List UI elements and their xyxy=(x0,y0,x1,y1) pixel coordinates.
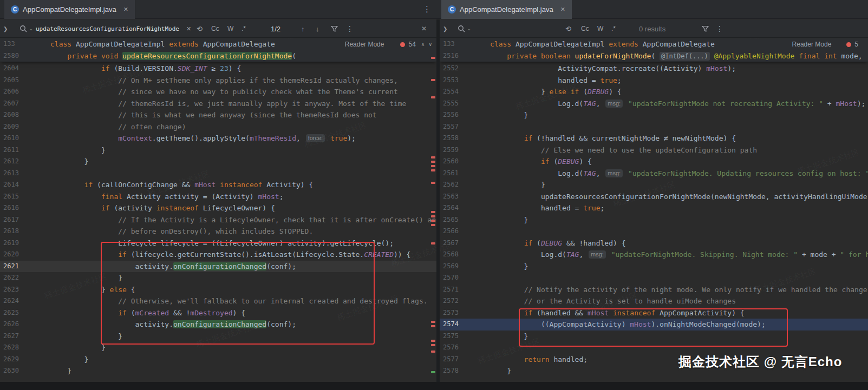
code-line-2619[interactable]: 2619 Lifecycle lifecycle = ((LifecycleOw… xyxy=(0,237,436,249)
line-number[interactable]: 2614 xyxy=(0,179,32,191)
match-case-icon[interactable]: Cc xyxy=(581,25,589,32)
line-number[interactable]: 2606 xyxy=(0,86,32,98)
code-line-2572[interactable]: 2572 // or the Activity is set to handle… xyxy=(440,295,868,307)
line-number[interactable]: 2578 xyxy=(440,365,472,377)
line-number[interactable]: 2562 xyxy=(440,179,472,191)
code-line-2565[interactable]: 2565 } xyxy=(440,214,868,226)
line-number[interactable]: 2560 xyxy=(440,156,472,168)
code-line-2626[interactable]: 2626 activity.onConfigurationChanged(con… xyxy=(0,319,436,330)
stripe-mark[interactable] xyxy=(431,96,435,98)
line-number[interactable]: 2568 xyxy=(440,249,472,261)
code-line-2559[interactable]: 2559 // Else we need to use the updateCo… xyxy=(440,144,868,156)
line-number[interactable]: 2626 xyxy=(0,319,32,330)
next-match-icon[interactable]: ↓ xyxy=(316,24,319,32)
search-dropdown-icon[interactable]: ⌄ xyxy=(29,26,33,31)
stripe-mark[interactable] xyxy=(431,211,435,213)
search-input[interactable]: updateResourcesConfigurationForNightMode xyxy=(36,25,179,32)
line-number[interactable]: 2557 xyxy=(440,121,472,133)
code-line-2564[interactable]: 2564 handled = true; xyxy=(440,202,868,214)
cyclic-search-icon[interactable]: ⟲ xyxy=(565,24,571,32)
code-line-2556[interactable]: 2556 } xyxy=(440,109,868,121)
code-area[interactable]: 2604 if (Build.VERSION.SDK_INT ≥ 23) {26… xyxy=(0,62,436,377)
code-editor[interactable]: 133class AppCompatDelegateImpl extends A… xyxy=(440,38,868,390)
line-number[interactable]: 2616 xyxy=(0,202,32,214)
code-line-2629[interactable]: 2629 } xyxy=(0,354,436,366)
code-line-2575[interactable]: 2575 } xyxy=(440,330,868,342)
code-line-2563[interactable]: 2563 updateResourcesConfigurationForNigh… xyxy=(440,191,868,203)
stripe-mark[interactable] xyxy=(431,215,435,217)
line-number[interactable]: 2558 xyxy=(440,133,472,144)
code-line-2570[interactable]: 2570 xyxy=(440,272,868,284)
line-number[interactable]: 2576 xyxy=(440,342,472,354)
code-line-2607[interactable]: 2607 // themeResId is, we just manually … xyxy=(0,98,436,110)
stripe-mark[interactable] xyxy=(431,169,435,171)
line-number[interactable]: 2625 xyxy=(0,307,32,319)
line-number[interactable]: 133 xyxy=(0,38,32,50)
line-number[interactable]: 2610 xyxy=(0,133,32,144)
stripe-mark[interactable] xyxy=(431,156,435,158)
line-number[interactable]: 2571 xyxy=(440,284,472,296)
expand-search-icon[interactable]: ❯ xyxy=(443,25,447,31)
line-number[interactable]: 2563 xyxy=(440,191,472,203)
code-line-2606[interactable]: 2606 // since we have no way to publicly… xyxy=(0,86,436,98)
code-line-2624[interactable]: 2624 // Otherwise, we'll fallback to our… xyxy=(0,295,436,307)
code-line-2568[interactable]: 2568 Log.d(TAG, msg: "updateForNightMode… xyxy=(440,249,868,261)
code-line-2573[interactable]: 2573 if (handled && mHost instanceof App… xyxy=(440,307,868,319)
code-line-2623[interactable]: 2623 } else { xyxy=(0,284,436,296)
code-line-2625[interactable]: 2625 if (mCreated && !mDestroyed) { xyxy=(0,307,436,319)
line-number[interactable]: 2612 xyxy=(0,156,32,168)
code-line-2620[interactable]: 2620 if (lifecycle.getCurrentState().isA… xyxy=(0,249,436,261)
line-number[interactable]: 2555 xyxy=(440,98,472,110)
whole-words-icon[interactable]: W xyxy=(597,25,603,32)
code-line-2571[interactable]: 2571 // Notify the activity of the night… xyxy=(440,284,868,296)
pane-divider[interactable] xyxy=(436,19,440,390)
line-number[interactable]: 2630 xyxy=(0,365,32,377)
code-line-2612[interactable]: 2612 } xyxy=(0,156,436,168)
line-number[interactable]: 2574 xyxy=(440,319,472,330)
match-case-icon[interactable]: Cc xyxy=(211,25,219,32)
line-number[interactable]: 2629 xyxy=(0,354,32,366)
code-line-2580[interactable]: 2580 private void updateResourcesConfigu… xyxy=(0,50,436,62)
line-number[interactable]: 2623 xyxy=(0,284,32,296)
line-number[interactable]: 2565 xyxy=(440,214,472,226)
line-number[interactable]: 2559 xyxy=(440,144,472,156)
expand-search-icon[interactable]: ❯ xyxy=(3,25,8,31)
code-line-2627[interactable]: 2627 } xyxy=(0,330,436,342)
cyclic-search-icon[interactable]: ⟲ xyxy=(197,24,203,32)
stripe-mark[interactable] xyxy=(431,220,435,222)
stripe-mark[interactable] xyxy=(431,242,435,244)
line-number[interactable]: 2618 xyxy=(0,226,32,237)
stripe-mark[interactable] xyxy=(431,351,435,353)
code-line-2628[interactable]: 2628 } xyxy=(0,342,436,354)
close-tab-icon[interactable]: ✕ xyxy=(560,6,565,13)
line-number[interactable]: 2577 xyxy=(440,354,472,366)
code-line-2562[interactable]: 2562 } xyxy=(440,179,868,191)
regex-icon[interactable]: .* xyxy=(242,25,246,32)
line-number[interactable]: 2569 xyxy=(440,261,472,273)
code-line-2621[interactable]: 2621 activity.onConfigurationChanged(con… xyxy=(0,261,436,273)
line-number[interactable]: 2552 xyxy=(440,63,472,75)
code-line-2622[interactable]: 2622 } xyxy=(0,272,436,284)
tab-appcompatdelegateimpl-right[interactable]: C AppCompatDelegateImpl.java ✕ xyxy=(441,0,572,19)
line-number[interactable]: 2624 xyxy=(0,295,32,307)
reader-mode-label[interactable]: Reader Mode xyxy=(792,41,832,48)
line-number[interactable]: 2561 xyxy=(440,168,472,180)
line-number[interactable]: 2622 xyxy=(0,272,32,284)
code-line-2616[interactable]: 2616 if (activity instanceof LifecycleOw… xyxy=(0,202,436,214)
line-number[interactable]: 2575 xyxy=(440,330,472,342)
line-number[interactable]: 2627 xyxy=(0,330,32,342)
stripe-mark[interactable] xyxy=(431,79,435,81)
code-line-2609[interactable]: 2609 // often change) xyxy=(0,121,436,133)
code-line-2560[interactable]: 2560 if (DEBUG) { xyxy=(440,156,868,168)
stripe-mark[interactable] xyxy=(431,161,435,163)
line-number[interactable]: 2621 xyxy=(0,261,32,273)
reader-mode-label[interactable]: Reader Mode xyxy=(345,41,384,48)
line-number[interactable]: 2628 xyxy=(0,342,32,354)
clear-search-icon[interactable]: ✕ xyxy=(186,25,191,32)
code-line-2561[interactable]: 2561 Log.d(TAG, msg: "updateForNightMode… xyxy=(440,168,868,180)
code-line-2516[interactable]: 2516 private boolean updateForNightMode(… xyxy=(440,50,868,62)
code-line-2558[interactable]: 2558 if (!handled && currentNightMode ≠ … xyxy=(440,133,868,144)
code-line-2554[interactable]: 2554 } else if (DEBUG) { xyxy=(440,86,868,98)
stripe-mark[interactable] xyxy=(431,224,435,226)
search-icon[interactable] xyxy=(19,25,27,32)
